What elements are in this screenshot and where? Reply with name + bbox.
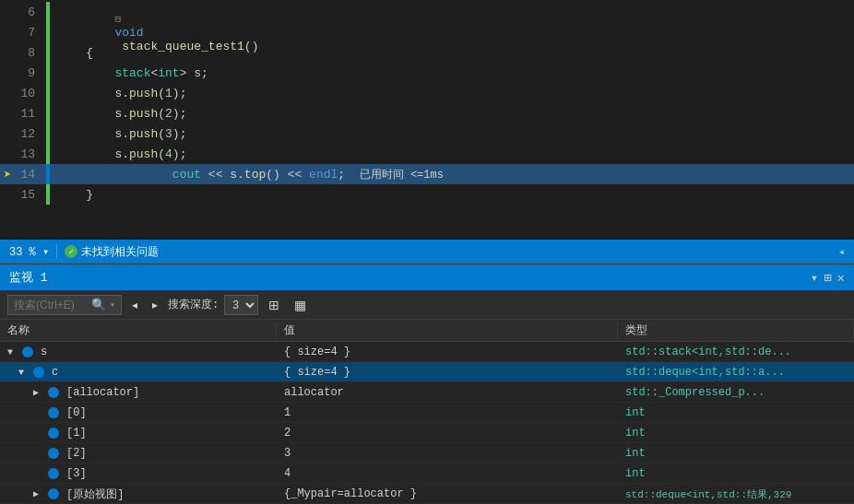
zoom-indicator[interactable]: 33 % ▾ xyxy=(9,245,49,259)
icon-0 xyxy=(48,407,59,418)
status-icon-container: ✓ 未找到相关问题 xyxy=(65,244,159,260)
divider xyxy=(56,244,57,259)
search-back-button[interactable]: ◂ xyxy=(127,296,142,314)
name-3: [3] xyxy=(63,467,87,480)
search-input[interactable] xyxy=(14,299,88,311)
line-number-7: 7 xyxy=(0,26,46,40)
watch-rows: ▼ s { size=4 } std::stack<int,std::de...… xyxy=(0,342,854,504)
cell-value-1: 2 xyxy=(277,423,618,443)
watch-header-controls: ▾ ⊞ ✕ xyxy=(811,270,845,286)
cell-value-3: 4 xyxy=(277,463,618,484)
line-number-15: 15 xyxy=(0,188,46,202)
line-number-10: 10 xyxy=(0,87,46,100)
cell-value-2: 3 xyxy=(277,443,618,463)
expand-arrow-c[interactable]: ▼ xyxy=(18,368,30,378)
scroll-arrow[interactable]: ◂ xyxy=(838,245,845,259)
code-line-15: 15 } xyxy=(0,184,854,205)
code-content-9: stack<int> s; xyxy=(50,66,208,80)
cell-name-3: ▶ [3] xyxy=(0,463,277,484)
code-line-9: 9 stack<int> s; xyxy=(0,63,854,83)
icon-btn-2[interactable]: ▦ xyxy=(290,295,311,315)
cell-value-allocator: allocator xyxy=(277,382,618,403)
code-content-11: s.push(2); xyxy=(50,107,186,121)
name-0: [0] xyxy=(63,406,87,419)
expand-arrow-original-view[interactable]: ▶ xyxy=(33,488,44,499)
cell-name-allocator: ▶ [allocator] xyxy=(0,382,277,403)
cell-type-1: int xyxy=(618,423,854,443)
icon-s xyxy=(22,346,33,357)
cell-value-c: { size=4 } xyxy=(277,362,618,382)
watch-row-1[interactable]: ▶ [1] 2 int xyxy=(0,423,854,443)
watch-pin-icon[interactable]: ⊞ xyxy=(824,270,831,286)
watch-panel-title: 监视 1 xyxy=(9,269,811,286)
watch-row-3[interactable]: ▶ [3] 4 int xyxy=(0,463,854,484)
watch-row-0[interactable]: ▶ [0] 1 int xyxy=(0,403,854,423)
watch-row-c[interactable]: ▼ c { size=4 } std::deque<int,std::a... xyxy=(0,362,854,382)
cell-name-c: ▼ c xyxy=(0,362,277,382)
watch-row-allocator[interactable]: ▶ [allocator] allocator std::_Compressed… xyxy=(0,382,854,403)
search-input-container[interactable]: 🔍 ▾ xyxy=(7,295,122,315)
search-forward-button[interactable]: ▸ xyxy=(148,296,162,314)
zoom-value: 33 % xyxy=(9,246,36,259)
icon-c xyxy=(33,367,44,378)
watch-table-header: 名称 值 类型 xyxy=(0,320,854,342)
line-number-9: 9 xyxy=(0,66,46,80)
depth-select-container: 3 1 2 4 5 xyxy=(224,295,258,315)
cell-name-1: ▶ [1] xyxy=(0,423,277,443)
icon-btn-1[interactable]: ⊞ xyxy=(264,295,284,315)
cell-value-0: 1 xyxy=(277,403,618,423)
cell-name-2: ▶ [2] xyxy=(0,443,277,463)
cell-value-s: { size=4 } xyxy=(277,342,618,362)
code-content-15: } xyxy=(50,188,93,202)
code-line-10: 10 s.push(1); xyxy=(0,83,854,103)
expand-arrow-s[interactable]: ▼ xyxy=(7,347,18,357)
cell-type-2: int xyxy=(618,443,854,463)
expand-arrow-allocator[interactable]: ▶ xyxy=(33,387,44,398)
line-number-8: 8 xyxy=(0,46,46,60)
icon-3 xyxy=(48,468,59,479)
col-name-header: 名称 xyxy=(0,322,277,338)
cell-type-0: int xyxy=(618,403,854,423)
status-text: 未找到相关问题 xyxy=(81,244,159,260)
col-value-header: 值 xyxy=(277,322,618,338)
code-line-12: 12 s.push(3); xyxy=(0,123,854,144)
watch-row-original-view[interactable]: ▶ [原始视图] {_Mypair=allocator } std::deque… xyxy=(0,484,854,504)
cell-name-0: ▶ [0] xyxy=(0,403,277,423)
watch-dropdown-icon[interactable]: ▾ xyxy=(811,270,818,286)
icon-allocator xyxy=(48,387,59,398)
code-content-12: s.push(3); xyxy=(50,127,186,141)
debug-arrow: ➤ xyxy=(4,167,11,182)
depth-select[interactable]: 3 1 2 4 5 xyxy=(224,295,258,315)
elapsed-text: 已用时间 <=1ms xyxy=(360,169,444,182)
search-icon: 🔍 xyxy=(91,298,106,312)
search-bar: 🔍 ▾ ◂ ▸ 搜索深度: 3 1 2 4 5 ⊞ ▦ xyxy=(0,290,854,320)
watch-close-icon[interactable]: ✕ xyxy=(837,270,845,286)
line-number-6: 6 xyxy=(0,6,46,19)
code-editor: 6 7 ⊟ void stack_queue_test1() 8 { 9 xyxy=(0,0,854,240)
cell-type-c: std::deque<int,std::a... xyxy=(618,362,854,382)
line-number-12: 12 xyxy=(0,127,46,141)
search-dropdown-icon[interactable]: ▾ xyxy=(110,299,115,311)
status-bar: 33 % ▾ ✓ 未找到相关问题 ◂ xyxy=(0,240,854,264)
name-original-view: [原始视图] xyxy=(63,486,124,502)
icon-2 xyxy=(48,448,59,459)
name-allocator: [allocator] xyxy=(63,386,139,399)
cell-type-3: int xyxy=(618,463,854,484)
cell-type-allocator: std::_Compressed_p... xyxy=(618,382,854,403)
search-depth-label: 搜索深度: xyxy=(168,297,219,312)
code-line-11: 11 s.push(2); xyxy=(0,103,854,123)
code-line-7: 7 ⊟ void stack_queue_test1() xyxy=(0,22,854,42)
check-circle-icon: ✓ xyxy=(65,245,77,258)
line-number-13: 13 xyxy=(0,147,46,161)
cell-value-original-view: {_Mypair=allocator } xyxy=(277,484,618,504)
collapse-icon-7[interactable]: ⊟ xyxy=(114,14,121,25)
watch-row-s[interactable]: ▼ s { size=4 } std::stack<int,std::de... xyxy=(0,342,854,362)
cell-type-s: std::stack<int,std::de... xyxy=(618,342,854,362)
watch-row-2[interactable]: ▶ [2] 3 int xyxy=(0,443,854,463)
cell-name-original-view: ▶ [原始视图] xyxy=(0,484,277,504)
name-1: [1] xyxy=(63,427,87,440)
zoom-dropdown-icon[interactable]: ▾ xyxy=(42,246,49,259)
cell-type-original-view: std::deque<int,std::结果,329 xyxy=(618,484,854,504)
watch-panel: 监视 1 ▾ ⊞ ✕ 🔍 ▾ ◂ ▸ 搜索深度: 3 1 2 4 5 ⊞ ▦ xyxy=(0,264,854,504)
icon-1 xyxy=(48,428,59,439)
